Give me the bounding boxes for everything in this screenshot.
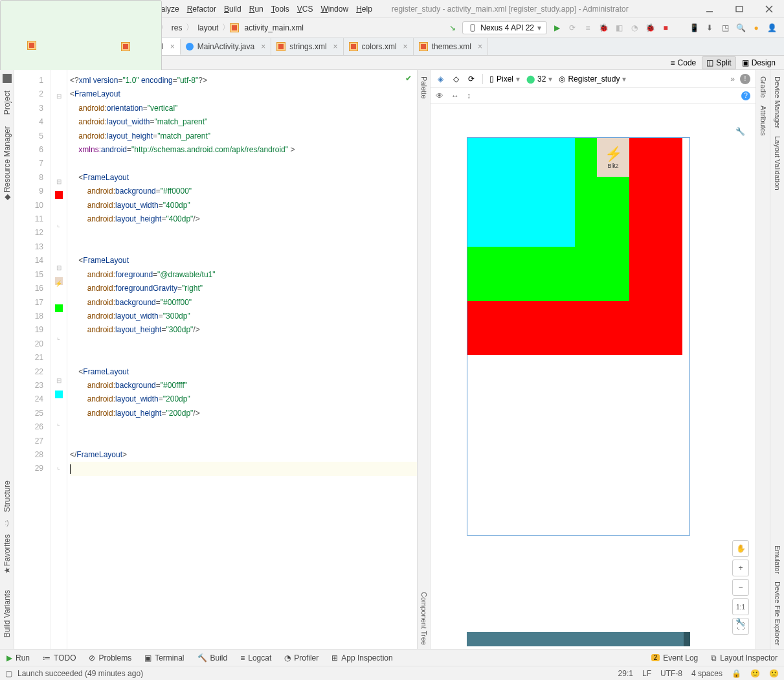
debug-button[interactable]: 🐞 [598, 21, 609, 35]
profile-button[interactable]: ◔ [629, 21, 640, 35]
readonly-icon[interactable]: 🔒 [732, 669, 741, 678]
device-selector-dropdown[interactable]: Nexus 4 API 22 ▾ [462, 21, 547, 34]
menu-vcs[interactable]: VCS [293, 3, 317, 16]
structure-tool-tab[interactable]: Structure [1, 477, 13, 516]
zoom-in-button[interactable]: + [732, 560, 749, 576]
component-tree-tool-tab[interactable]: Component Tree [419, 588, 429, 649]
indent-info[interactable]: 4 spaces [691, 669, 722, 678]
terminal-tool-tab[interactable]: ▣Terminal [144, 653, 184, 663]
menu-help[interactable]: Help [352, 3, 376, 16]
menu-refactor[interactable]: Refactor [183, 3, 220, 16]
warnings-icon[interactable]: ! [740, 74, 750, 84]
breadcrumb-segment[interactable]: res [168, 22, 186, 34]
menu-build[interactable]: Build [220, 3, 245, 16]
resource-manager-tool-tab[interactable]: ◆Resource Manager [1, 122, 13, 208]
file-tab[interactable]: colors.xml× [344, 38, 414, 55]
blueprint-icon[interactable]: ◇ [451, 74, 460, 84]
event-log-tool-tab[interactable]: 2Event Log [651, 653, 699, 663]
avd-manager-icon[interactable]: 📱 [688, 21, 700, 35]
tool-windows-toggle-icon[interactable]: ▢ [5, 669, 12, 678]
palette-tool-tab[interactable]: Palette [419, 73, 429, 102]
view-code-button[interactable]: ≡Code [666, 56, 701, 69]
troubleshoot-icon[interactable]: ◳ [719, 21, 731, 35]
zoom-fit-button[interactable]: 1:1 [732, 598, 749, 615]
line-separator[interactable]: LF [642, 669, 651, 678]
view-design-button[interactable]: ▣Design [737, 56, 780, 69]
design-surface-icon[interactable]: ◈ [436, 74, 445, 84]
xml-file-icon [230, 23, 239, 32]
arrows-icon[interactable]: ↔ [451, 91, 459, 100]
frown-icon[interactable]: 🙁 [769, 669, 779, 678]
menu-run[interactable]: Run [245, 3, 267, 16]
line-number-gutter[interactable]: 1234567891011121314151617181920212223242… [14, 70, 50, 649]
device-file-explorer-tool-tab[interactable]: Device File Explorer [772, 578, 783, 649]
stop-button[interactable]: ■ [660, 21, 671, 35]
smiley-icon[interactable]: 🙂 [750, 669, 760, 678]
problems-tool-tab[interactable]: ⊘Problems [89, 653, 131, 663]
pan-button[interactable]: ✋ [732, 540, 749, 557]
theme-picker[interactable]: ◎Register_study▾ [559, 74, 626, 84]
apply-changes-button[interactable]: ⟳ [566, 21, 578, 35]
design-canvas[interactable]: 🔧 ⚡ Blitz ✋ + − 1:1 ⛶ 🔧 [431, 104, 756, 649]
logcat-tool-tab[interactable]: ≡Logcat [240, 653, 271, 663]
breadcrumb-segment[interactable]: activity_main.xml [240, 22, 307, 34]
file-tab[interactable]: MainActivity.java× [181, 38, 272, 55]
menu-tools[interactable]: Tools [267, 3, 293, 16]
view-split-button[interactable]: ◫Split [702, 56, 735, 69]
menu-window[interactable]: Window [317, 3, 352, 16]
wrench-icon[interactable]: 🔧 [735, 127, 745, 136]
close-tab-icon[interactable]: × [261, 42, 265, 51]
gradle-tool-tab[interactable]: Gradle [758, 73, 768, 102]
api-picker[interactable]: ⬤32▾ [526, 74, 552, 84]
zoom-out-button[interactable]: − [732, 579, 749, 596]
close-tab-icon[interactable]: × [478, 42, 482, 51]
build-tool-tab[interactable]: 🔨Build [197, 653, 228, 663]
code-editor[interactable]: 1234567891011121314151617181920212223242… [14, 70, 418, 649]
help-icon[interactable]: ? [741, 91, 750, 100]
device-manager-tool-tab[interactable]: Device Manager [772, 73, 783, 132]
inspections-ok-icon[interactable]: ✔ [405, 74, 412, 83]
build-variants-tool-tab[interactable]: Build Variants [1, 586, 13, 641]
expand-icon[interactable]: ↕ [467, 91, 471, 100]
window-minimize-button[interactable] [695, 0, 724, 18]
orientation-icon[interactable]: ⟳ [467, 74, 476, 84]
attributes-tool-tab[interactable]: Attributes [758, 102, 768, 139]
coverage-button[interactable]: ◧ [613, 21, 625, 35]
project-tool-tab[interactable]: Project [1, 87, 13, 119]
todo-tool-tab[interactable]: ≔TODO [43, 653, 76, 663]
file-encoding[interactable]: UTF-8 [660, 669, 682, 678]
run-tool-tab[interactable]: ▶Run [6, 653, 30, 663]
emulator-tool-tab[interactable]: Emulator [772, 541, 783, 578]
close-tab-icon[interactable]: × [403, 42, 408, 51]
updates-icon[interactable]: ● [750, 21, 762, 35]
code-area[interactable]: <?xml version="1.0" encoding="utf-8"?><F… [67, 70, 417, 649]
close-tab-icon[interactable]: × [333, 42, 338, 51]
sync-icon[interactable]: ↘ [447, 21, 458, 35]
user-avatar-icon[interactable]: 👤 [766, 21, 778, 35]
eye-icon[interactable]: 👁 [436, 91, 443, 100]
profiler-tool-tab[interactable]: ◔Profiler [284, 653, 319, 663]
device-picker[interactable]: ▯Pixel▾ [489, 74, 520, 84]
overflow-icon[interactable]: » [730, 74, 735, 84]
fold-gutter[interactable]: ⊟ ⊟ ⌞ ⊟⚡ ⌞ ⊟ ⌞ ⌞ [50, 70, 67, 649]
caret-position[interactable]: 29:1 [618, 669, 633, 678]
app-inspection-tool-tab[interactable]: ⊞App Inspection [331, 653, 392, 663]
window-maximize-button[interactable] [724, 0, 754, 18]
attach-debugger-button[interactable]: 🐞 [644, 21, 656, 35]
close-tab-icon[interactable]: × [170, 42, 175, 51]
wrench-icon[interactable]: 🔧 [735, 618, 745, 627]
file-tab[interactable]: strings.xml× [271, 38, 343, 55]
project-icon[interactable] [3, 74, 12, 83]
sdk-manager-icon[interactable]: ⬇ [704, 21, 715, 35]
favorites-tool-tab[interactable]: ★Favorites [1, 530, 13, 582]
svg-rect-3 [736, 6, 743, 12]
layout-inspector-tool-tab[interactable]: ⧉Layout Inspector [711, 653, 778, 663]
file-tab[interactable]: themes.xml× [414, 38, 488, 55]
device-frame[interactable]: ⚡ Blitz [467, 137, 690, 536]
layout-validation-tool-tab[interactable]: Layout Validation [772, 132, 783, 194]
run-button[interactable]: ▶ [551, 21, 563, 35]
search-icon[interactable]: 🔍 [735, 21, 746, 35]
apply-code-button[interactable]: ≡ [582, 21, 594, 35]
window-close-button[interactable] [754, 0, 784, 18]
breadcrumb-segment[interactable]: layout [194, 22, 222, 34]
